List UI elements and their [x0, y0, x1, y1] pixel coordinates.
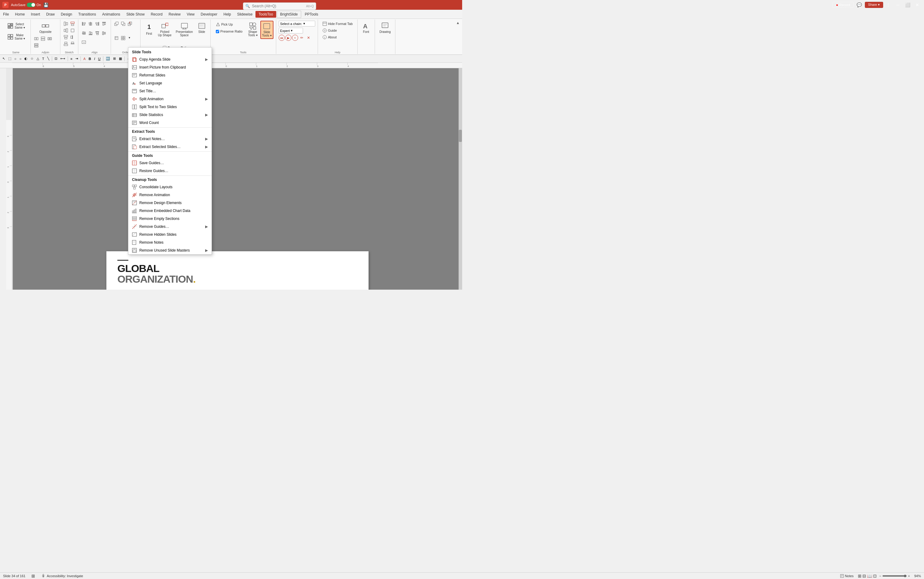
picked-shape-button[interactable]: PickedUp Shape [156, 21, 173, 38]
menu-remove-animation[interactable]: Remove Animation [128, 191, 212, 199]
adjoin-btn1[interactable] [33, 36, 39, 42]
presentation-space-button[interactable]: PresentationSpace [174, 21, 194, 38]
menu-extract-notes[interactable]: Extract Notes… ▶ [128, 135, 212, 143]
menu-help[interactable]: Help [220, 11, 234, 18]
menu-set-title[interactable]: Set Title… [128, 87, 212, 95]
menu-developer[interactable]: Developer [197, 11, 220, 18]
edit-chain-button[interactable]: ✏ [299, 35, 305, 41]
adjoin-btn2[interactable] [40, 36, 46, 42]
delete-chain-button[interactable]: ✕ [305, 35, 312, 41]
stretch-btn2[interactable] [63, 28, 69, 33]
menu-review[interactable]: Review [166, 11, 184, 18]
menu-remove-sections[interactable]: Remove Empty Sections [128, 215, 212, 222]
collapse-ribbon[interactable]: ▲ [455, 20, 461, 54]
vertical-scrollbar[interactable] [458, 68, 462, 290]
add-chain-button[interactable]: + [292, 35, 298, 41]
make-same-button[interactable]: MakeSame ▾ [4, 32, 28, 42]
menu-insert-picture[interactable]: Insert Picture from Clipboard [128, 63, 212, 71]
select-chain-dropdown[interactable]: Select a chain: ▾ [279, 21, 315, 26]
shape-tools-button[interactable]: ShapeTools ▾ [246, 21, 259, 38]
menu-consolidate-layouts[interactable]: Consolidate Layouts [128, 183, 212, 191]
font-button[interactable]: A Font [360, 21, 372, 35]
slide-tools-button[interactable]: SlideTools ▾ [260, 21, 274, 39]
order-btn2[interactable] [120, 21, 126, 27]
menu-set-language[interactable]: Aa Set Language [128, 79, 212, 87]
align-btn8[interactable] [101, 30, 107, 36]
stretch-btn1[interactable] [63, 21, 69, 27]
align-btn4[interactable] [101, 21, 107, 27]
play-start-button[interactable]: ⏮ [279, 35, 285, 41]
select-same-button[interactable]: SelectSame ▾ [4, 21, 28, 31]
menu-copy-agenda[interactable]: Copy Agenda Slide ▶ [128, 56, 212, 63]
order-btn4[interactable] [113, 35, 120, 41]
preserve-ratio-button[interactable]: Preserve Ratio [214, 29, 245, 34]
adjoin-btn3[interactable] [47, 36, 53, 42]
menu-split-animation[interactable]: Split Animation ▶ [128, 95, 212, 103]
t2-more3[interactable]: ▦ [118, 56, 123, 61]
menu-slideshow[interactable]: Slide Show [123, 11, 148, 18]
t2-cursor[interactable]: ↖ [1, 56, 7, 61]
menu-toolstoo[interactable]: ToolsToo [256, 11, 276, 18]
drawing-button[interactable]: Drawing [377, 21, 393, 35]
t2-more1[interactable]: 🔤 [105, 56, 111, 61]
t2-shapes[interactable]: ○ [13, 56, 18, 61]
first-button[interactable]: 1 First [143, 21, 155, 37]
menu-remove-chart-data[interactable]: Remove Embedded Chart Data [128, 207, 212, 215]
expert-dropdown[interactable]: Expert ▾ [279, 28, 303, 33]
autosave-toggle[interactable] [27, 3, 35, 7]
menu-save-guides[interactable]: Save Guides… [128, 159, 212, 167]
align-btn1[interactable] [81, 21, 87, 27]
order-dropdown[interactable]: ▾ [127, 35, 132, 40]
t2-line[interactable]: ╲ [46, 56, 51, 61]
menu-design[interactable]: Design [57, 11, 75, 18]
menu-animations[interactable]: Animations [99, 11, 123, 18]
menu-insert[interactable]: Insert [28, 11, 43, 18]
t2-circle[interactable]: ○ [18, 56, 23, 61]
menu-home[interactable]: Home [12, 11, 28, 18]
menu-remove-notes[interactable]: Remove Notes [128, 239, 212, 246]
menu-slide-statistics[interactable]: Slide Statistics ▶ [128, 111, 212, 119]
t2-bold[interactable]: B [87, 56, 92, 61]
menu-split-text[interactable]: Split Text to Two Slides [128, 103, 212, 111]
scrollbar-thumb-v[interactable] [459, 130, 462, 142]
search-input[interactable] [243, 2, 316, 10]
t2-indent[interactable]: ⇥ [74, 56, 79, 61]
menu-remove-guides[interactable]: Remove Guides… ▶ [128, 222, 212, 231]
save-icon[interactable]: 💾 [43, 2, 48, 7]
opposite-button[interactable]: Opposite [37, 21, 54, 35]
play-button[interactable]: ▶ [286, 35, 291, 41]
t2-triangle[interactable]: △ [35, 56, 40, 61]
menu-draw[interactable]: Draw [43, 11, 57, 18]
t2-arrange[interactable]: ⊡ [53, 56, 59, 61]
menu-transitions[interactable]: Transitions [75, 11, 99, 18]
align-btn2[interactable] [87, 21, 94, 27]
menu-remove-hidden-slides[interactable]: Remove Hidden Slides [128, 231, 212, 239]
menu-record[interactable]: Record [148, 11, 166, 18]
align-btn3[interactable] [94, 21, 100, 27]
order-btn1[interactable] [113, 21, 120, 27]
about-button[interactable]: i About [320, 34, 339, 40]
t2-star[interactable]: ☆ [29, 56, 35, 61]
menu-reformat-slides[interactable]: Reformat Slides [128, 71, 212, 79]
t2-zoom[interactable]: ⬚ [7, 56, 13, 61]
hide-format-tab-button[interactable]: Hide Format Tab [320, 21, 355, 27]
stretch-btn4[interactable] [63, 41, 69, 47]
t2-underline[interactable]: U [97, 56, 102, 61]
pick-up-button[interactable]: Pick Up [214, 21, 245, 28]
slide-reference-button[interactable]: Slide [196, 21, 208, 35]
menu-slidewise[interactable]: Slidewise [234, 11, 256, 18]
t2-moon[interactable]: ◐ [23, 56, 29, 61]
t2-spacing[interactable]: ≡ [69, 56, 74, 61]
align-btn6[interactable] [87, 30, 94, 36]
preserve-ratio-check2[interactable] [216, 30, 219, 33]
menu-remove-design[interactable]: Remove Design Elements [128, 199, 212, 207]
stretch-btn8[interactable] [69, 41, 75, 47]
stretch-btn5[interactable] [69, 21, 75, 27]
align-dropdown[interactable]: ▾ [81, 39, 87, 46]
menu-remove-slide-masters[interactable]: Remove Unused Slide Masters ▶ [128, 246, 212, 254]
order-btn5[interactable] [120, 35, 126, 41]
stretch-btn3[interactable] [63, 34, 69, 40]
t2-more2[interactable]: ⊞ [112, 56, 117, 61]
guide-button[interactable]: ? Guide [320, 28, 339, 33]
menu-word-count[interactable]: Word Count [128, 119, 212, 127]
